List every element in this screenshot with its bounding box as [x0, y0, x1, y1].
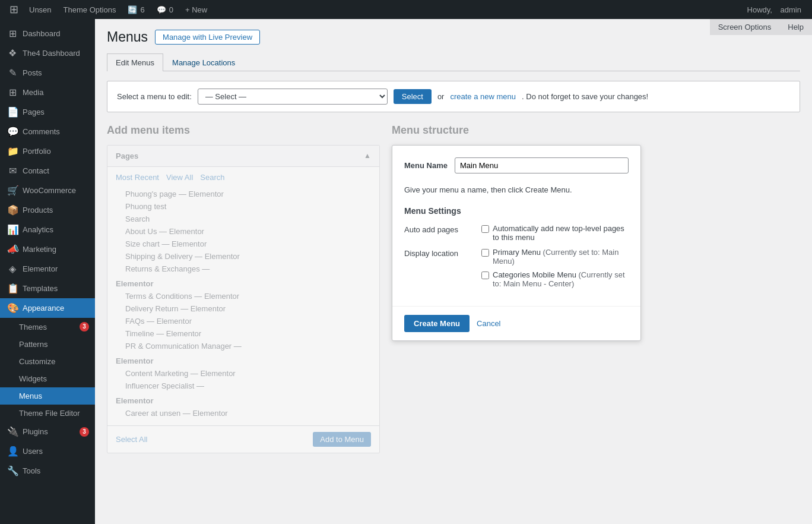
list-item[interactable]: About Us — Elementor: [116, 225, 371, 238]
select-menu-bar: Select a menu to edit: — Select — Select…: [107, 81, 800, 112]
sidebar-item-label-themes: Themes: [19, 323, 47, 332]
auto-add-checkbox[interactable]: [481, 225, 489, 233]
list-item[interactable]: Phuong's page — Elementor: [116, 188, 371, 200]
sidebar-item-dashboard[interactable]: ⊞Dashboard: [0, 24, 95, 43]
page-title: Menus: [107, 29, 148, 46]
sidebar-item-users[interactable]: 👤Users: [0, 441, 95, 461]
list-item[interactable]: Influencer Specialist —: [116, 380, 371, 392]
add-to-menu-button[interactable]: Add to Menu: [313, 432, 371, 447]
pages-tabs-row: Most Recent View All Search: [116, 173, 371, 182]
menu-structure-title: Menu structure: [392, 124, 800, 137]
sidebar-item-contact[interactable]: ✉Contact: [0, 161, 95, 181]
create-hint: Give your menu a name, then click Create…: [404, 185, 629, 194]
list-item[interactable]: Career at unsen — Elementor: [116, 407, 371, 419]
adminbar-comments[interactable]: 💬 0: [151, 0, 179, 19]
posts-icon: ✎: [7, 67, 18, 78]
adminbar-new[interactable]: + New: [179, 0, 213, 19]
adminbar-howdy[interactable]: Howdy, admin: [741, 0, 807, 19]
auto-add-text: Automatically add new top-level pages to…: [493, 224, 629, 242]
dialog-actions: Create Menu Cancel: [392, 306, 640, 340]
woocommerce-icon: 🛒: [7, 185, 18, 196]
sidebar-item-analytics[interactable]: 📊Analytics: [0, 220, 95, 239]
create-new-menu-link[interactable]: create a new menu: [450, 92, 516, 101]
accordion-content-pages: Most Recent View All Search Phuong's pag…: [107, 167, 379, 425]
menu-name-input[interactable]: [455, 157, 629, 173]
help-button[interactable]: Help: [779, 19, 812, 35]
list-item[interactable]: Elementor: [116, 394, 371, 407]
list-item[interactable]: PR & Communication Manager —: [116, 340, 371, 352]
sidebar-item-woocommerce[interactable]: 🛒WooCommerce: [0, 181, 95, 200]
list-item[interactable]: Delivery Return — Elementor: [116, 302, 371, 315]
sidebar-item-menus[interactable]: Menus: [0, 387, 95, 405]
list-item[interactable]: Content Marketing — Elementor: [116, 367, 371, 380]
sidebar-item-plugins[interactable]: 🔌Plugins3: [0, 422, 95, 441]
cancel-button[interactable]: Cancel: [477, 319, 500, 328]
list-item[interactable]: Returns & Exchanges —: [116, 263, 371, 275]
sidebar-item-label-portfolio: Portfolio: [23, 147, 51, 156]
auto-add-checkbox-row: Automatically add new top-level pages to…: [481, 224, 629, 242]
select-all-link[interactable]: Select All: [116, 435, 147, 444]
the4-dashboard-icon: ❖: [7, 48, 18, 59]
sidebar-item-the4-dashboard[interactable]: ❖The4 Dashboard: [0, 43, 95, 63]
sidebar-item-templates[interactable]: 📋Templates: [0, 279, 95, 298]
tab-view-all[interactable]: View All: [166, 173, 193, 182]
tab-most-recent[interactable]: Most Recent: [116, 173, 159, 182]
pages-accordion: Pages ▲ Most Recent View All Search Phuo…: [107, 145, 380, 453]
sidebar-item-products[interactable]: 📦Products: [0, 200, 95, 220]
categories-mobile-menu-checkbox[interactable]: [481, 272, 489, 279]
sidebar-item-appearance[interactable]: 🎨Appearance: [0, 298, 95, 318]
accordion-header-pages[interactable]: Pages ▲: [107, 146, 379, 167]
sidebar-item-theme-file-editor[interactable]: Theme File Editor: [0, 405, 95, 422]
list-item[interactable]: Elementor: [116, 277, 371, 290]
sidebar-item-label-templates: Templates: [23, 284, 58, 293]
tab-edit-menus[interactable]: Edit Menus: [107, 53, 163, 71]
create-menu-button[interactable]: Create Menu: [404, 315, 470, 332]
auto-add-pages-row: Auto add pages Automatically add new top…: [404, 224, 629, 242]
contact-icon: ✉: [7, 165, 18, 176]
sidebar-item-widgets[interactable]: Widgets: [0, 370, 95, 387]
list-item[interactable]: Size chart — Elementor: [116, 238, 371, 250]
media-icon: ⊞: [7, 87, 18, 98]
sidebar-item-themes[interactable]: Themes3: [0, 318, 95, 336]
sidebar-item-elementor[interactable]: ◈Elementor: [0, 259, 95, 279]
sidebar-item-patterns[interactable]: Patterns: [0, 336, 95, 353]
sidebar-item-tools[interactable]: 🔧Tools: [0, 461, 95, 481]
sidebar-item-portfolio[interactable]: 📁Portfolio: [0, 141, 95, 161]
add-menu-items-panel: Add menu items Pages ▲ Most Recent View …: [107, 124, 380, 453]
list-item[interactable]: Phuong test: [116, 200, 371, 213]
list-item[interactable]: Search: [116, 213, 371, 225]
chevron-up-icon: ▲: [364, 151, 371, 160]
sidebar-item-label-woocommerce: WooCommerce: [23, 186, 76, 195]
tab-manage-locations[interactable]: Manage Locations: [163, 53, 244, 71]
sidebar-item-label-tools: Tools: [23, 466, 40, 475]
adminbar-theme-options[interactable]: Theme Options: [58, 0, 122, 19]
live-preview-button[interactable]: Manage with Live Preview: [155, 30, 260, 45]
list-item[interactable]: Timeline — Elementor: [116, 327, 371, 340]
portfolio-icon: 📁: [7, 146, 18, 157]
menu-select-dropdown[interactable]: — Select —: [198, 89, 388, 105]
sidebar-item-label-marketing: Marketing: [23, 245, 56, 254]
tab-search[interactable]: Search: [200, 173, 224, 182]
sidebar-item-label-products: Products: [23, 206, 53, 214]
sidebar-item-pages[interactable]: 📄Pages: [0, 102, 95, 122]
adminbar-site-name[interactable]: Unsen: [23, 0, 58, 19]
accordion-footer: Select All Add to Menu: [107, 425, 379, 453]
list-item[interactable]: FAQs — Elementor: [116, 315, 371, 327]
wp-logo[interactable]: ⊞: [5, 0, 23, 19]
list-item[interactable]: Terms & Conditions — Elementor: [116, 290, 371, 302]
sidebar-item-marketing[interactable]: 📣Marketing: [0, 239, 95, 259]
primary-menu-checkbox[interactable]: [481, 249, 489, 257]
select-button[interactable]: Select: [394, 89, 432, 104]
dialog-body: Menu Name Give your menu a name, then cl…: [392, 146, 640, 306]
list-item[interactable]: Elementor: [116, 355, 371, 367]
adminbar-updates[interactable]: 🔄 6: [122, 0, 150, 19]
list-item[interactable]: Shipping & Delivery — Elementor: [116, 250, 371, 263]
sidebar: ⊞Dashboard❖The4 Dashboard✎Posts⊞Media📄Pa…: [0, 19, 95, 524]
sidebar-item-posts[interactable]: ✎Posts: [0, 63, 95, 83]
auto-add-label: Auto add pages: [404, 224, 481, 234]
sidebar-item-customize[interactable]: Customize: [0, 353, 95, 370]
screen-options-button[interactable]: Screen Options: [710, 19, 780, 35]
sidebar-item-comments[interactable]: 💬Comments: [0, 122, 95, 141]
sidebar-item-media[interactable]: ⊞Media: [0, 83, 95, 102]
plugins-icon: 🔌: [7, 426, 18, 437]
